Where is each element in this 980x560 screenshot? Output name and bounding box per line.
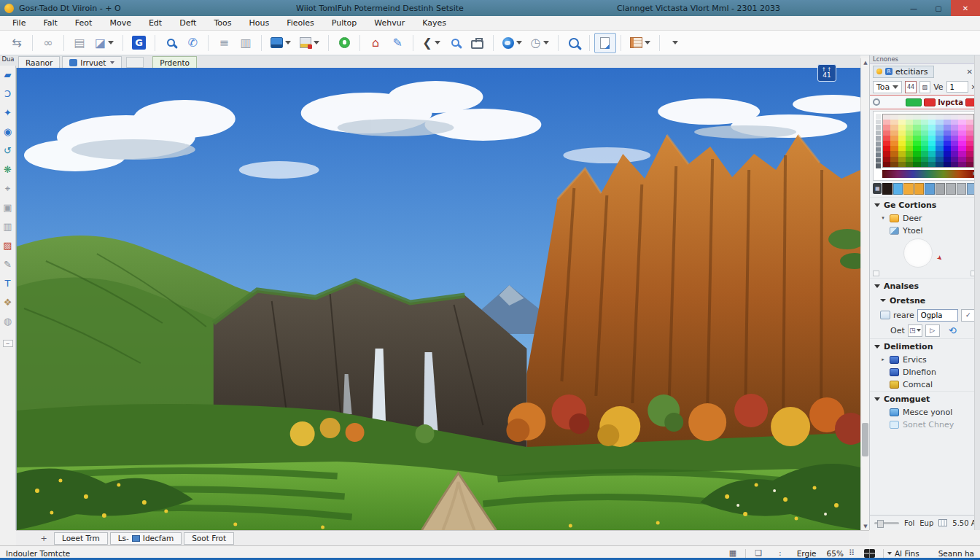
palette-cell[interactable] <box>951 114 958 120</box>
palette-cell[interactable] <box>944 114 951 120</box>
clone-tool-icon[interactable]: ⌖ <box>1 182 14 195</box>
toolbar-overflow-icon[interactable] <box>664 33 686 53</box>
doc-tab-2[interactable]: Irrvuet <box>62 56 122 68</box>
palette-cell[interactable] <box>921 151 928 156</box>
palette-cell[interactable] <box>890 131 898 136</box>
tools-overflow-button[interactable]: ‒ <box>3 340 13 347</box>
palette-cell[interactable] <box>936 125 943 130</box>
gray-ramp-cell[interactable] <box>876 163 881 168</box>
menu-file[interactable]: File <box>4 17 34 29</box>
gradient-tool-icon[interactable]: ▥ <box>1 220 14 233</box>
palette-cell[interactable] <box>966 141 973 146</box>
palette-cell[interactable] <box>898 162 906 167</box>
swatch-1[interactable] <box>893 183 903 195</box>
palette-cell[interactable] <box>883 114 890 120</box>
palette-cell[interactable] <box>928 120 936 125</box>
hue-gradient-bar[interactable] <box>882 170 974 178</box>
palette-cell[interactable] <box>883 141 890 146</box>
palette-cell[interactable] <box>898 125 906 130</box>
swatch-6[interactable] <box>946 183 956 195</box>
briefcase-icon[interactable] <box>467 33 489 53</box>
palette-cell[interactable] <box>898 120 906 125</box>
palette-cell[interactable] <box>906 141 913 146</box>
gray-ramp-cell[interactable] <box>876 131 881 136</box>
ve-input[interactable] <box>946 81 968 93</box>
globe-icon[interactable] <box>498 33 526 53</box>
color-palette-grid[interactable] <box>882 114 974 168</box>
tab-overflow-button[interactable] <box>126 57 144 68</box>
section-ge-cortions[interactable]: Ge Cortions <box>870 197 980 212</box>
gray-ramp-cell[interactable] <box>876 158 881 163</box>
palette-cell[interactable] <box>966 120 973 125</box>
fill-tool-icon[interactable]: ▨ <box>1 239 14 252</box>
zoom-tool-icon[interactable]: ◉ <box>1 125 14 138</box>
palette-cell[interactable] <box>913 141 920 146</box>
palette-cell[interactable] <box>951 162 958 167</box>
swatch-7[interactable] <box>957 183 967 195</box>
section-analses[interactable]: Analses <box>870 278 980 293</box>
zoom-percent[interactable]: 65% <box>827 549 844 558</box>
palette-cell[interactable] <box>928 131 936 136</box>
palette-cell[interactable] <box>890 125 898 130</box>
bottom-tab-2[interactable]: Ls- Idecfam <box>110 532 182 545</box>
crop-knife-icon[interactable]: ◪ <box>90 33 118 53</box>
hand-tool-icon[interactable]: ❖ <box>1 296 14 308</box>
palette-cell[interactable] <box>913 151 920 156</box>
checkbox-edit-button[interactable]: ✓ <box>961 309 976 322</box>
palette-cell[interactable] <box>944 141 951 146</box>
canvas-overlay-badge[interactable]: † † 41 <box>817 64 836 82</box>
palette-cell[interactable] <box>883 157 890 162</box>
home-icon[interactable]: ⌂ <box>365 33 386 53</box>
canvas-image[interactable] <box>16 68 860 530</box>
palette-cell[interactable] <box>890 151 898 156</box>
keyboard-icon[interactable] <box>864 549 875 558</box>
palette-cell[interactable] <box>883 136 890 141</box>
table-icon[interactable] <box>626 33 655 53</box>
palette-cell[interactable] <box>928 151 936 156</box>
palette-cell[interactable] <box>951 151 958 156</box>
section-delimetion[interactable]: Delimetion <box>870 338 980 354</box>
clock-icon[interactable]: ◷ <box>526 33 553 53</box>
stamp-tool-icon[interactable]: ▣ <box>1 201 14 214</box>
section-conmguet[interactable]: Conmguet <box>870 391 980 406</box>
palette-cell[interactable] <box>890 114 898 120</box>
menu-move[interactable]: Move <box>101 17 139 29</box>
palette-cell[interactable] <box>958 131 965 136</box>
palette-cell[interactable] <box>913 120 920 125</box>
palette-cell[interactable] <box>890 141 898 146</box>
toa-dropdown[interactable]: Toa <box>873 81 902 93</box>
palette-cell[interactable] <box>944 146 951 151</box>
maximize-button[interactable]: ▢ <box>926 0 951 16</box>
palette-cell[interactable] <box>951 131 958 136</box>
gray-ramp-cell[interactable] <box>876 114 881 119</box>
palette-cell[interactable] <box>921 114 928 120</box>
palette-cell[interactable] <box>951 125 958 130</box>
tree-item-deer[interactable]: ▾Deer <box>870 212 980 225</box>
wand-tool-icon[interactable]: ✦ <box>1 106 14 119</box>
palette-cell[interactable] <box>958 146 965 151</box>
swatch-2[interactable] <box>903 183 914 195</box>
magnifier-pen-icon[interactable] <box>445 33 467 53</box>
panel-scrollbar[interactable] <box>974 55 980 530</box>
play-button[interactable]: ▷ <box>925 324 940 337</box>
tree-item-dlnefion[interactable]: Dlnefion <box>870 366 980 378</box>
palette-cell[interactable] <box>936 157 943 162</box>
text-tool-icon[interactable]: T <box>1 277 14 289</box>
phone-eraser-icon[interactable]: ✆ <box>182 33 203 53</box>
palette-cell[interactable] <box>928 157 936 162</box>
menu-deft[interactable]: Deft <box>171 17 204 29</box>
monitor-icon[interactable] <box>266 33 295 53</box>
palette-cell[interactable] <box>898 146 906 151</box>
palette-cell[interactable] <box>928 114 936 120</box>
palette-cell[interactable] <box>906 136 913 141</box>
tree-item-ytoel[interactable]: Ytoel <box>870 225 980 237</box>
swatch-5[interactable] <box>936 183 946 195</box>
palette-cell[interactable] <box>921 141 928 146</box>
palette-cell[interactable] <box>883 120 890 125</box>
palette-cell[interactable] <box>921 162 928 167</box>
list-icon[interactable]: ≡ <box>213 33 235 53</box>
gray-ramp-cell[interactable] <box>876 125 881 130</box>
palette-cell[interactable] <box>898 114 906 120</box>
gray-ramp-cell[interactable] <box>876 147 881 152</box>
palette-cell[interactable] <box>966 162 973 167</box>
